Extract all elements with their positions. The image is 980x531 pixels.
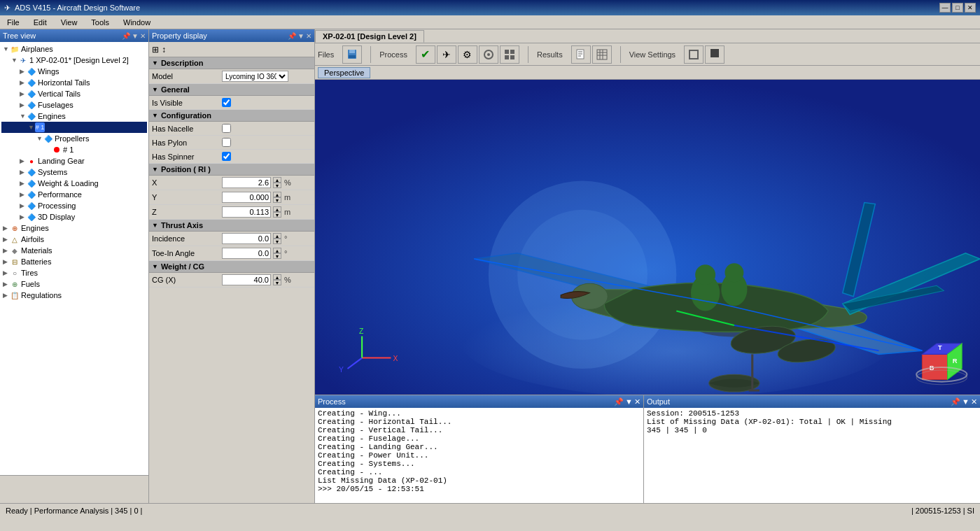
tree-item-materials[interactable]: ▶ ◆ Materials xyxy=(1,245,147,256)
prop-x-down[interactable]: ▼ xyxy=(273,183,281,188)
tree-close-icon[interactable]: ✕ xyxy=(140,32,146,40)
output-pin-icon[interactable]: 📌 xyxy=(951,397,960,406)
folder-icon: 🔷 xyxy=(27,111,36,121)
prop-y-up[interactable]: ▲ xyxy=(273,192,281,197)
tree-menu-icon[interactable]: ▼ xyxy=(132,32,139,40)
toolbar-btn-gear2[interactable] xyxy=(479,45,498,64)
toolbar-btn-report[interactable] xyxy=(571,45,591,64)
tree-toggle: ▼ xyxy=(20,113,27,120)
close-button[interactable]: ✕ xyxy=(965,3,976,13)
toolbar-btn-solid[interactable] xyxy=(705,45,724,64)
tree-item-fuels[interactable]: ▶ ⊕ Fuels xyxy=(1,278,147,290)
regulations-icon: 📋 xyxy=(10,290,20,300)
tree-item-3ddisplay[interactable]: ▶ 🔷 3D Display xyxy=(1,211,147,222)
tree-item-prop1[interactable]: # 1 xyxy=(1,144,147,155)
prop-x-input[interactable] xyxy=(222,177,271,188)
tree-item-regulations[interactable]: ▶ 📋 Regulations xyxy=(1,290,147,301)
tree-item-weight[interactable]: ▶ 🔷 Weight & Loading xyxy=(1,178,147,189)
prop-cgx-unit: % xyxy=(284,276,291,284)
section-thrustaxis[interactable]: ▼ Thrust Axis xyxy=(149,220,314,232)
tree-item-batteries[interactable]: ▶ ⊟ Batteries xyxy=(1,256,147,267)
menu-file[interactable]: File xyxy=(3,17,24,28)
prop-isvisible-checkbox[interactable] xyxy=(222,98,231,107)
tree-item-performance[interactable]: ▶ 🔷 Performance xyxy=(1,189,147,200)
menu-window[interactable]: Window xyxy=(119,17,155,28)
prop-toeinangle-input[interactable] xyxy=(222,248,271,259)
sort-alpha-icon[interactable]: ⊞ xyxy=(152,45,159,55)
tree-item-engine1[interactable]: ▼ # 1 xyxy=(1,122,147,133)
prop-z-up[interactable]: ▲ xyxy=(273,206,281,212)
prop-cgx-up[interactable]: ▲ xyxy=(273,274,281,280)
tree-item-fuselages[interactable]: ▶ 🔷 Fuselages xyxy=(1,99,147,111)
prop-pin-icon[interactable]: 📌 xyxy=(288,32,296,40)
tree-item-propellers[interactable]: ▼ 🔷 Propellers xyxy=(1,133,147,144)
section-weightcg[interactable]: ▼ Weight / CG xyxy=(149,261,314,273)
prop-cgx-down[interactable]: ▼ xyxy=(273,280,281,285)
menu-view[interactable]: View xyxy=(57,17,82,28)
tree-item-airfoils[interactable]: ▶ △ Airfoils xyxy=(1,234,147,245)
tree-item-engines-top[interactable]: ▶ ⊕ Engines xyxy=(1,222,147,234)
process-close-icon[interactable]: ✕ xyxy=(634,397,640,406)
propeller-icon: 🔷 xyxy=(43,134,53,143)
prop-x-up[interactable]: ▲ xyxy=(273,177,281,183)
section-position[interactable]: ▼ Position ( RI ) xyxy=(149,164,314,176)
toolbar-btn-validate[interactable]: ✔ xyxy=(416,45,435,64)
folder-icon: 📁 xyxy=(10,44,20,54)
output-menu-icon[interactable]: ▼ xyxy=(962,397,969,406)
tree-item-wings[interactable]: ▶ 🔷 Wings xyxy=(1,66,147,77)
toolbar-btn-grid[interactable] xyxy=(500,45,519,64)
tree-item-systems[interactable]: ▶ 🔷 Systems xyxy=(1,167,147,178)
prop-incidence-up[interactable]: ▲ xyxy=(273,233,281,239)
process-pin-icon[interactable]: 📌 xyxy=(614,397,624,406)
toolbar-btn-gear[interactable]: ⚙ xyxy=(458,45,477,64)
prop-menu-icon[interactable]: ▼ xyxy=(298,32,304,40)
prop-incidence-down[interactable]: ▼ xyxy=(273,239,281,244)
tree-item-airplanes[interactable]: ▼ 📁 Airplanes xyxy=(1,43,147,55)
plane-icon: ✈ xyxy=(18,55,28,65)
tab-xp0201[interactable]: XP-02-01 [Design Level 2] xyxy=(315,30,424,43)
minimize-button[interactable]: — xyxy=(939,3,951,13)
prop-y-input[interactable] xyxy=(222,192,271,203)
section-general[interactable]: ▼ General xyxy=(149,84,314,96)
prop-z-input[interactable] xyxy=(222,206,271,218)
section-description[interactable]: ▼ Description xyxy=(149,57,314,69)
output-panel-header: Output 📌 ▼ ✕ xyxy=(644,395,980,408)
tree-item-vtails[interactable]: ▶ 🔷 Vertical Tails xyxy=(1,88,147,99)
viewport-tab-perspective[interactable]: Perspective xyxy=(318,67,370,78)
output-close-icon[interactable]: ✕ xyxy=(971,397,977,406)
prop-z-down[interactable]: ▼ xyxy=(273,212,281,218)
tree-item-xp0201[interactable]: ▼ ✈ 1 XP-02-01* [Design Level 2] xyxy=(1,55,147,66)
prop-model-select[interactable]: Lycoming IO 360-B1A xyxy=(222,71,288,82)
prop-toeinangle-down[interactable]: ▼ xyxy=(273,253,281,259)
tree-label: Airfoils xyxy=(21,235,44,243)
menu-edit[interactable]: Edit xyxy=(29,17,51,28)
prop-haspylon-checkbox[interactable] xyxy=(222,138,231,147)
svg-rect-7 xyxy=(505,55,509,59)
prop-toeinangle-up[interactable]: ▲ xyxy=(273,248,281,253)
landinggear-icon: ● xyxy=(27,156,36,166)
prop-incidence-input[interactable] xyxy=(222,233,271,244)
sort-cat-icon[interactable]: ↕ xyxy=(162,45,166,55)
tree-item-processing[interactable]: ▶ 🔷 Processing xyxy=(1,200,147,211)
tree-pin-icon[interactable]: 📌 xyxy=(122,32,130,40)
output-line-3: 345 | 345 | 0 xyxy=(647,426,977,434)
prop-cgx-input[interactable] xyxy=(222,274,271,285)
toolbar-btn-save[interactable] xyxy=(342,45,362,64)
toolbar-btn-fly[interactable]: ✈ xyxy=(437,45,456,64)
section-configuration[interactable]: ▼ Configuration xyxy=(149,110,314,122)
tree-item-htails[interactable]: ▶ 🔷 Horizontal Tails xyxy=(1,77,147,88)
maximize-button[interactable]: □ xyxy=(952,3,963,13)
toolbar-btn-results-grid[interactable] xyxy=(592,45,612,64)
process-menu-icon[interactable]: ▼ xyxy=(625,397,633,406)
prop-hasnacelle-checkbox[interactable] xyxy=(222,124,231,133)
output-panel-title: Output xyxy=(647,397,670,406)
toolbar-btn-wireframe[interactable] xyxy=(684,45,704,64)
viewport-3d[interactable]: X Z Y B T R xyxy=(315,80,980,395)
tree-item-engines-sub[interactable]: ▼ 🔷 Engines xyxy=(1,111,147,122)
tree-item-tires[interactable]: ▶ ○ Tires xyxy=(1,267,147,278)
prop-close-icon[interactable]: ✕ xyxy=(306,32,312,40)
menu-tools[interactable]: Tools xyxy=(87,17,113,28)
tree-item-landinggear[interactable]: ▶ ● Landing Gear xyxy=(1,155,147,167)
prop-hasspinner-checkbox[interactable] xyxy=(222,152,231,161)
prop-y-down[interactable]: ▼ xyxy=(273,197,281,203)
